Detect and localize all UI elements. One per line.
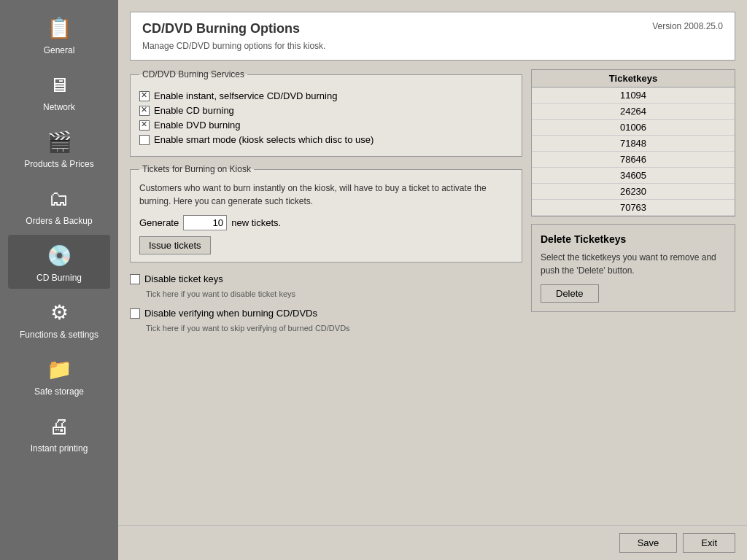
- option-row-disable-keys: Disable ticket keys: [130, 273, 522, 284]
- sidebar-item-products[interactable]: 🎬Products & Prices: [8, 121, 110, 175]
- ticket-row[interactable]: 71848: [532, 136, 735, 152]
- tickets-section: Tickets for Burning on Kiosk Customers w…: [130, 164, 522, 262]
- delete-panel: Delete Ticketkeys Select the ticketkeys …: [531, 224, 735, 312]
- generate-input[interactable]: [183, 215, 227, 230]
- checkbox-disable-verify[interactable]: [130, 308, 140, 319]
- burning-services-legend: CD/DVD Burning Services: [139, 69, 247, 79]
- label-cd: Enable CD burning: [154, 105, 234, 116]
- ticket-row[interactable]: 24264: [532, 104, 735, 120]
- desc-disable-verify: Tick here if you want to skip verifying …: [146, 324, 522, 332]
- sidebar-label-safe: Safe storage: [34, 386, 84, 397]
- label-disable-verify: Disable verifying when burning CD/DVDs: [144, 308, 317, 319]
- general-icon: 📋: [44, 13, 74, 42]
- checkbox-instant[interactable]: [139, 91, 150, 101]
- burning-option-instant: Enable instant, selfservice CD/DVD burni…: [139, 90, 513, 101]
- issue-tickets-button[interactable]: Issue tickets: [139, 236, 211, 254]
- ticketkeys-header: Ticketkeys: [532, 70, 735, 88]
- sidebar: 📋General🖥Network🎬Products & Prices🗂Order…: [0, 0, 118, 560]
- burning-services-section: CD/DVD Burning Services Enable instant, …: [130, 69, 522, 157]
- burning-option-cd: Enable CD burning: [139, 105, 513, 116]
- version-text: Version 2008.25.0: [652, 21, 723, 31]
- option-row-disable-verify: Disable verifying when burning CD/DVDs: [130, 308, 522, 319]
- desc-disable-keys: Tick here if you want to disable ticket …: [146, 289, 522, 298]
- sidebar-label-orders: Orders & Backup: [26, 216, 92, 226]
- tickets-description: Customers who want to burn instantly on …: [139, 182, 513, 208]
- left-panel: CD/DVD Burning Services Enable instant, …: [130, 69, 522, 513]
- label-dvd: Enable DVD burning: [154, 120, 241, 131]
- sidebar-item-cdburning[interactable]: 💿CD Burning: [8, 235, 110, 289]
- sidebar-item-general[interactable]: 📋General: [8, 7, 110, 61]
- option-block-disable-keys: Disable ticket keysTick here if you want…: [130, 270, 522, 298]
- generate-label: Generate: [139, 217, 179, 228]
- sidebar-label-functions: Functions & settings: [20, 330, 98, 340]
- sidebar-label-general: General: [44, 45, 75, 55]
- sidebar-item-safe[interactable]: 📁Safe storage: [8, 349, 110, 402]
- delete-description: Select the ticketkeys you want to remove…: [541, 251, 726, 277]
- main-content: Version 2008.25.0 CD/DVD Burning Options…: [118, 0, 747, 560]
- functions-icon: ⚙: [44, 298, 74, 327]
- safe-icon: 📁: [44, 354, 74, 384]
- content-area: Version 2008.25.0 CD/DVD Burning Options…: [118, 0, 747, 525]
- label-disable-keys: Disable ticket keys: [144, 273, 223, 284]
- page-title: CD/DVD Burning Options: [142, 21, 723, 36]
- ticketkeys-panel: Ticketkeys 11094242640100671848786463460…: [531, 69, 735, 217]
- checkbox-smart[interactable]: [139, 135, 150, 145]
- ticket-row[interactable]: 70763: [532, 200, 735, 216]
- sidebar-item-orders[interactable]: 🗂Orders & Backup: [8, 178, 110, 232]
- network-icon: 🖥: [44, 70, 74, 99]
- ticket-row[interactable]: 01006: [532, 120, 735, 136]
- main-body: CD/DVD Burning Services Enable instant, …: [130, 69, 735, 513]
- generate-row: Generate new tickets.: [139, 215, 513, 230]
- checkbox-disable-keys[interactable]: [130, 274, 140, 284]
- page-subtitle: Manage CD/DVD burning options for this k…: [142, 41, 723, 51]
- ticket-row[interactable]: 34605: [532, 168, 735, 184]
- new-tickets-label: new tickets.: [231, 217, 281, 228]
- footer: Save Exit: [118, 525, 747, 560]
- checkbox-dvd[interactable]: [139, 120, 150, 131]
- option-block-disable-verify: Disable verifying when burning CD/DVDsTi…: [130, 304, 522, 332]
- sidebar-item-functions[interactable]: ⚙Functions & settings: [8, 292, 110, 346]
- exit-button[interactable]: Exit: [683, 533, 735, 553]
- burning-options: Enable instant, selfservice CD/DVD burni…: [139, 90, 513, 145]
- ticket-row[interactable]: 26230: [532, 184, 735, 200]
- page-header: Version 2008.25.0 CD/DVD Burning Options…: [130, 12, 735, 61]
- ticketkeys-list: 1109424264010067184878646346052623070763: [532, 88, 735, 216]
- burning-option-smart: Enable smart mode (kiosk selects which d…: [139, 134, 513, 145]
- delete-button[interactable]: Delete: [541, 284, 599, 303]
- ticket-row[interactable]: 78646: [532, 152, 735, 168]
- sidebar-label-network: Network: [43, 102, 75, 112]
- ticket-row[interactable]: 11094: [532, 88, 735, 104]
- orders-icon: 🗂: [44, 184, 74, 213]
- delete-title: Delete Ticketkeys: [541, 233, 726, 245]
- printing-icon: 🖨: [44, 411, 74, 440]
- tickets-legend: Tickets for Burning on Kiosk: [139, 164, 254, 174]
- cdburning-icon: 💿: [44, 241, 74, 270]
- extra-options-section: Disable ticket keysTick here if you want…: [130, 270, 522, 332]
- sidebar-label-products: Products & Prices: [24, 159, 93, 169]
- sidebar-label-cdburning: CD Burning: [36, 273, 82, 283]
- label-smart: Enable smart mode (kiosk selects which d…: [154, 134, 374, 145]
- checkbox-cd[interactable]: [139, 106, 150, 116]
- right-panel: Ticketkeys 11094242640100671848786463460…: [531, 69, 735, 513]
- label-instant: Enable instant, selfservice CD/DVD burni…: [154, 90, 337, 101]
- sidebar-item-network[interactable]: 🖥Network: [8, 64, 110, 118]
- save-button[interactable]: Save: [619, 533, 678, 553]
- sidebar-item-printing[interactable]: 🖨Instant printing: [8, 405, 110, 459]
- sidebar-label-printing: Instant printing: [31, 443, 88, 454]
- burning-option-dvd: Enable DVD burning: [139, 120, 513, 131]
- products-icon: 🎬: [44, 127, 74, 156]
